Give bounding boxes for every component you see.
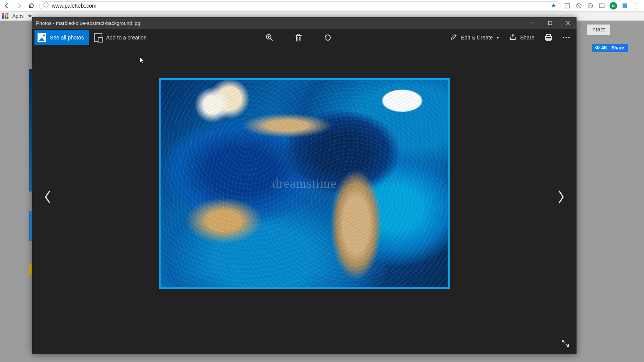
- zoom-button[interactable]: [263, 31, 276, 44]
- site-info-icon[interactable]: [43, 2, 49, 9]
- window-title: Photos - marbled-blue-abstract-backgroun…: [36, 20, 140, 26]
- extension-icon[interactable]: [598, 2, 606, 10]
- photo-stage: dreamstime: [32, 46, 577, 354]
- svg-point-31: [563, 37, 564, 38]
- bookmark-star-icon[interactable]: ★: [551, 2, 556, 9]
- close-button[interactable]: [559, 17, 577, 29]
- photos-app-window: Photos - marbled-blue-abstract-backgroun…: [32, 17, 577, 354]
- edit-create-button[interactable]: Edit & Create ▾: [445, 30, 503, 45]
- share-button[interactable]: Share: [505, 30, 539, 45]
- svg-rect-11: [549, 21, 552, 25]
- svg-point-33: [568, 37, 570, 38]
- print-button[interactable]: [540, 30, 557, 45]
- apps-label[interactable]: Apps: [12, 13, 24, 19]
- watermark-text: dreamstime: [272, 176, 337, 191]
- svg-rect-7: [600, 4, 604, 8]
- share-icon: [509, 34, 516, 42]
- address-bar[interactable]: www.palettefx.com ★: [39, 1, 560, 10]
- extension-icon[interactable]: [586, 2, 594, 10]
- svg-point-25: [455, 35, 456, 36]
- reload-button[interactable]: [27, 1, 36, 10]
- svg-line-5: [577, 4, 581, 8]
- forward-button[interactable]: [15, 1, 24, 10]
- chevron-down-icon: ▾: [497, 36, 499, 40]
- photos-toolbar: See all photos Add to a creation: [32, 29, 577, 46]
- browser-menu-icon[interactable]: ⋮: [632, 2, 639, 10]
- svg-rect-18: [296, 36, 301, 41]
- extension-icon[interactable]: [621, 2, 629, 10]
- svg-rect-29: [547, 34, 550, 36]
- add-to-creation-button[interactable]: Add to a creation: [91, 30, 152, 45]
- extension-icon[interactable]: N: [610, 2, 617, 10]
- maximize-button[interactable]: [541, 17, 559, 29]
- browser-right-icons: N ⋮: [564, 2, 642, 10]
- svg-point-6: [588, 3, 593, 8]
- back-button[interactable]: [2, 1, 12, 10]
- svg-point-32: [565, 37, 567, 38]
- url-text: www.palettefx.com: [52, 3, 97, 9]
- contact-tab[interactable]: ntact: [587, 25, 610, 35]
- image-viewport[interactable]: dreamstime: [159, 78, 450, 289]
- extension-icon[interactable]: [564, 2, 571, 10]
- edit-icon: [450, 34, 457, 42]
- window-titlebar[interactable]: Photos - marbled-blue-abstract-backgroun…: [32, 17, 577, 29]
- svg-rect-9: [623, 3, 627, 8]
- fullscreen-button[interactable]: [560, 337, 571, 349]
- minimize-button[interactable]: [524, 17, 541, 29]
- next-button[interactable]: [553, 188, 570, 205]
- svg-rect-2: [46, 3, 46, 4]
- creation-icon: [94, 33, 102, 42]
- extension-icon[interactable]: [575, 2, 583, 10]
- more-button[interactable]: [558, 30, 574, 45]
- svg-rect-3: [565, 3, 570, 8]
- apps-grid-icon[interactable]: [2, 13, 8, 19]
- rotate-button[interactable]: [321, 31, 335, 44]
- photo-icon: [38, 33, 46, 42]
- previous-button[interactable]: [39, 188, 56, 205]
- site-share-button[interactable]: Share: [608, 44, 628, 52]
- displayed-image: dreamstime: [161, 80, 448, 287]
- browser-toolbar: www.palettefx.com ★ N ⋮: [0, 0, 644, 11]
- delete-button[interactable]: [292, 31, 306, 44]
- svg-line-15: [271, 39, 273, 41]
- eye-icon: 👁: [595, 45, 600, 51]
- see-all-photos-button[interactable]: See all photos: [34, 30, 89, 45]
- svg-rect-1: [46, 5, 46, 7]
